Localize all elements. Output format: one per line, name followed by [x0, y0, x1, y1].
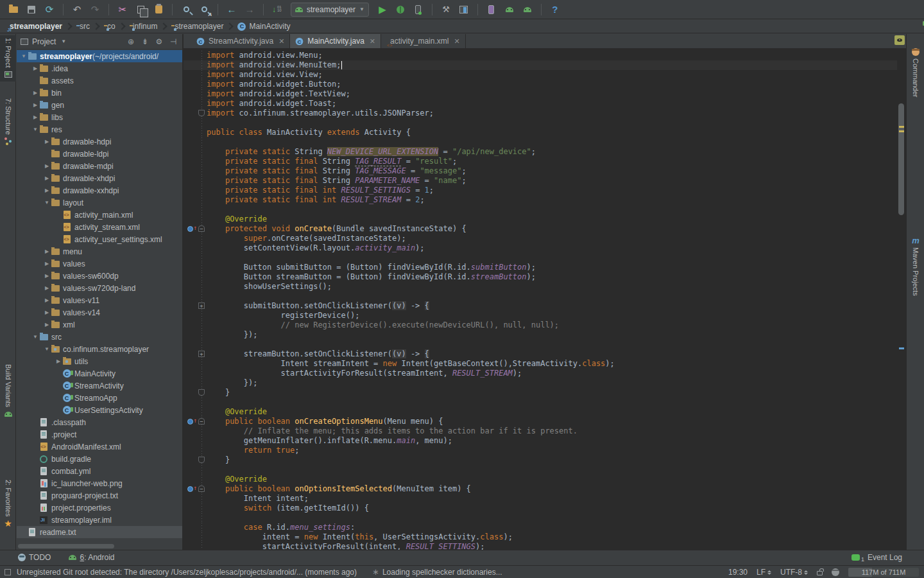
code-line[interactable]: import android.widget.Toast; — [184, 99, 897, 109]
editor-tab[interactable]: CMainActivity.java✕ — [290, 34, 381, 48]
breadcrumb-item[interactable]: infinum — [128, 20, 159, 33]
code-line[interactable]: private static final int RESULT_STREAM =… — [184, 195, 897, 205]
back-icon[interactable]: ← — [225, 3, 239, 17]
sdk-manager-icon[interactable]: ⚒ — [439, 3, 453, 17]
code-line[interactable]: case R.id.menu_settings: — [184, 523, 897, 532]
tree-item[interactable]: streamoplayer.iml — [17, 514, 182, 526]
code-line[interactable]: Button submitButton = (Button) findViewB… — [184, 263, 897, 272]
fold-marker[interactable]: − — [198, 484, 207, 494]
tree-item[interactable]: readme.txt — [17, 526, 182, 538]
info-stripe-mark[interactable] — [899, 347, 904, 349]
tree-expand-arrow[interactable]: ▶ — [32, 102, 38, 108]
attach-debugger-icon[interactable] — [411, 3, 425, 17]
tree-item[interactable]: ▶drawable-xhdpi — [17, 172, 182, 184]
sidebar-tab-structure[interactable]: 7: Structure — [0, 96, 16, 148]
history-icon[interactable]: 0110 — [270, 3, 284, 17]
code-line[interactable]: import android.view.Menu; — [184, 51, 897, 60]
override-gutter-icon[interactable]: ↑ — [184, 484, 198, 494]
tree-item[interactable]: ▶drawable-mdpi — [17, 160, 182, 172]
hector-inspector-icon[interactable] — [832, 568, 839, 576]
locate-icon[interactable]: ⊕ — [126, 37, 136, 46]
code-line[interactable]: }); — [184, 330, 897, 340]
open-icon[interactable] — [6, 3, 21, 17]
sidebar-tab-commander[interactable]: Commander — [907, 46, 924, 100]
code-line[interactable]: } — [184, 388, 897, 398]
code-line[interactable]: showUserSettings(); — [184, 282, 897, 292]
code-line[interactable] — [184, 340, 897, 349]
fold-marker[interactable]: + — [198, 349, 207, 359]
fold-marker[interactable] — [198, 388, 207, 398]
code-line[interactable]: + submitButton.setOnClickListener((v) ->… — [184, 301, 897, 311]
sidebar-tab-project[interactable]: 1: Project — [0, 35, 16, 82]
fold-marker[interactable] — [198, 455, 207, 465]
code-line[interactable] — [184, 465, 897, 475]
tree-item[interactable]: proguard-project.txt — [17, 489, 182, 502]
code-line[interactable]: import android.widget.Button; — [184, 80, 897, 89]
code-line[interactable]: ↑− public boolean onCreateOptionsMenu(Me… — [184, 417, 897, 426]
tree-expand-arrow[interactable]: ▶ — [44, 163, 50, 169]
tree-item[interactable]: AndroidManifest.xml — [17, 441, 182, 453]
tree-expand-arrow[interactable]: ▶ — [44, 139, 50, 144]
project-panel-title[interactable]: Project — [32, 37, 56, 46]
code-line[interactable] — [184, 253, 897, 263]
collapse-all-icon[interactable]: ⇟ — [140, 37, 150, 46]
fold-marker[interactable]: + — [198, 301, 207, 311]
tree-expand-arrow[interactable]: ▶ — [44, 175, 50, 181]
event-log-button[interactable]: 1 Event Log — [851, 552, 902, 563]
code-line[interactable]: // new RegisterDevice().execute(newDevic… — [184, 320, 897, 330]
forward-icon[interactable]: → — [243, 3, 257, 17]
help-icon[interactable]: ? — [548, 3, 562, 17]
toolwindow-todo[interactable]: TODO — [18, 553, 51, 562]
code-line[interactable]: @Override — [184, 407, 897, 417]
code-line[interactable]: Intent intent; — [184, 494, 897, 504]
code-line[interactable]: startActivityForResult(intent, RESULT_SE… — [184, 542, 897, 550]
chevron-down-icon[interactable]: ▼ — [61, 39, 66, 44]
tree-expand-arrow[interactable]: ▼ — [44, 346, 50, 352]
code-line[interactable]: startActivityForResult(streamIntent, RES… — [184, 369, 897, 378]
breadcrumb-item[interactable]: streamoplayer — [170, 20, 225, 33]
tree-item[interactable]: ▼src — [17, 331, 182, 343]
tree-item[interactable]: ▼streamoplayer (~/projects/android/ — [17, 50, 182, 62]
tree-expand-arrow[interactable]: ▶ — [44, 297, 50, 303]
code-line[interactable]: @Override — [184, 475, 897, 484]
tree-expand-arrow[interactable]: ▶ — [44, 273, 50, 279]
code-line[interactable]: ↑− public boolean onOptionsItemSelected(… — [184, 484, 897, 494]
tree-item[interactable]: activity_stream.xml — [17, 221, 182, 233]
tree-item[interactable]: ▶.idea — [17, 62, 182, 74]
code-line[interactable]: import android.view.MenuItem; — [184, 60, 897, 70]
paste-icon[interactable] — [151, 3, 166, 17]
code-line[interactable]: private static final String TAG_RESULT =… — [184, 157, 897, 166]
tree-expand-arrow[interactable]: ▶ — [44, 249, 50, 254]
memory-indicator[interactable]: 117M of 711M — [848, 568, 919, 577]
sidebar-tab-build-variants[interactable]: Build Variants — [0, 362, 16, 421]
tree-item[interactable]: ▶libs — [17, 111, 182, 123]
find-icon[interactable] — [179, 3, 193, 17]
sidebar-tab-favorites[interactable]: 2: Favorites ★ — [0, 477, 16, 530]
code-line[interactable] — [184, 398, 897, 407]
tree-expand-arrow[interactable]: ▼ — [32, 127, 38, 132]
code-line[interactable]: private static final int RESULT_SETTINGS… — [184, 186, 897, 195]
code-line[interactable]: ↑− protected void onCreate(Bundle savedI… — [184, 224, 897, 234]
tree-item[interactable]: drawable-ldpi — [17, 148, 182, 160]
line-separator-select[interactable]: LF — [757, 568, 771, 577]
settings-gear-icon[interactable]: ⚙ — [154, 37, 164, 46]
tree-item[interactable]: CUserSettingsActivity — [17, 404, 182, 416]
code-line[interactable] — [184, 118, 897, 128]
status-message[interactable]: Unregistered Git root detected: The dire… — [17, 568, 357, 577]
tree-item[interactable]: ▶values-v11 — [17, 294, 182, 306]
toolwindow-android[interactable]: 6: Android — [69, 553, 114, 562]
tree-expand-arrow[interactable]: ▶ — [55, 358, 62, 364]
tree-item[interactable]: ▶values-sw600dp — [17, 270, 182, 282]
tree-item[interactable]: CStreamActivity — [17, 380, 182, 392]
synchronize-icon[interactable]: ⟳ — [42, 3, 56, 17]
tree-item[interactable]: activity_user_settings.xml — [17, 233, 182, 245]
tree-expand-arrow[interactable]: ▶ — [44, 310, 50, 315]
code-line[interactable]: Intent streamIntent = new Intent(getBase… — [184, 359, 897, 369]
tree-item[interactable]: ▼layout — [17, 197, 182, 209]
code-line[interactable]: } — [184, 455, 897, 465]
tree-item[interactable]: project.properties — [17, 502, 182, 514]
tree-expand-arrow[interactable]: ▶ — [44, 261, 50, 267]
run-icon[interactable]: ▶ — [375, 3, 389, 17]
tree-item[interactable]: assets — [17, 74, 182, 87]
tree-item[interactable]: ▶values — [17, 258, 182, 270]
